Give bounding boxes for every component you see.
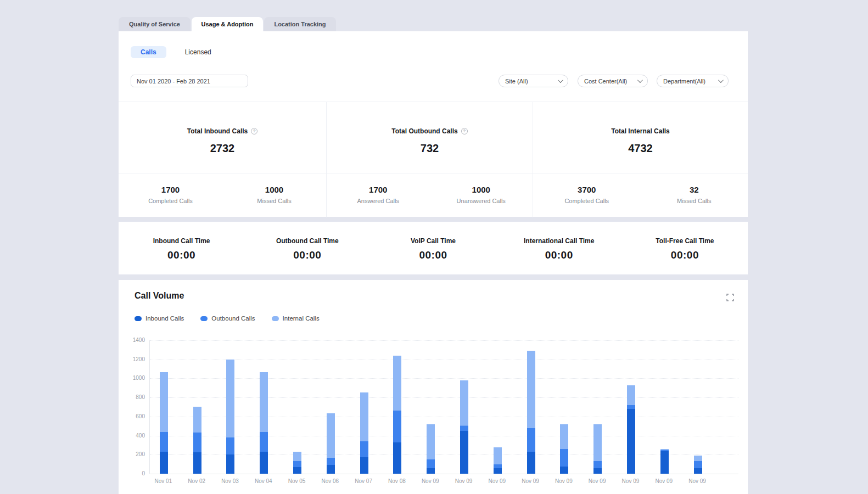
bar-stack-4[interactable] [260, 340, 268, 474]
gridline [150, 378, 738, 379]
bar-segment-inbound-calls [360, 457, 368, 474]
x-tick-label: Nov 04 [250, 478, 277, 484]
cost-center-filter-label: Cost Center(All) [584, 78, 627, 85]
bar-segment-internal-calls [694, 456, 702, 461]
time-label: Inbound Call Time [119, 237, 244, 245]
x-tick-label: Nov 09 [650, 478, 677, 484]
legend-item-internal-calls[interactable]: Internal Calls [272, 315, 320, 322]
bar-stack-10[interactable] [460, 340, 468, 474]
bar-stack-14[interactable] [593, 340, 602, 474]
bar-stack-1[interactable] [160, 340, 168, 474]
sub-value: 1700 [327, 185, 430, 194]
gridline [150, 417, 738, 417]
stat-sub-missed: 1000 Missed Calls [222, 173, 326, 217]
stat-group-outbound: Total Outbound Calls ? 732 1700 Answered… [327, 102, 533, 217]
stat-sub-missed: 32 Missed Calls [641, 173, 748, 217]
bar-stack-15[interactable] [627, 340, 635, 474]
bar-segment-inbound-calls [393, 442, 401, 474]
call-volume-card: Call Volume Inbound CallsOutbound CallsI… [119, 280, 748, 494]
y-tick-label: 1200 [119, 356, 145, 362]
info-icon[interactable]: ? [461, 128, 468, 134]
gridline [150, 474, 738, 474]
bar-segment-inbound-calls [427, 468, 435, 474]
bar-stack-17[interactable] [694, 340, 702, 474]
sub-value: 1700 [119, 185, 222, 194]
bar-stack-12[interactable] [527, 340, 535, 474]
bar-segment-outbound-calls [694, 461, 702, 468]
expand-icon[interactable] [726, 294, 734, 301]
department-filter-label: Department(All) [663, 78, 705, 85]
bar-segment-inbound-calls [694, 468, 702, 474]
bar-segment-inbound-calls [226, 454, 234, 474]
bar-segment-internal-calls [360, 392, 368, 441]
time-value: 00:00 [370, 249, 496, 261]
chevron-down-icon [637, 77, 643, 83]
x-tick-label: Nov 09 [584, 478, 611, 484]
bar-segment-inbound-calls [593, 468, 602, 474]
info-icon[interactable]: ? [251, 128, 257, 134]
legend-item-outbound-calls[interactable]: Outbound Calls [200, 315, 255, 322]
bar-stack-16[interactable] [660, 340, 669, 474]
time-value: 00:00 [244, 249, 370, 261]
bar-segment-outbound-calls [460, 425, 468, 431]
y-tick-label: 400 [119, 433, 145, 439]
stat-title: Total Outbound Calls [391, 127, 457, 135]
bar-stack-6[interactable] [327, 340, 335, 474]
sub-label: Missed Calls [641, 198, 748, 204]
x-tick-label: Nov 09 [517, 478, 544, 484]
gridline [150, 397, 738, 398]
x-tick-label: Nov 09 [684, 478, 711, 484]
usage-panel: Calls Licensed Site (All) Cost Center(Al… [119, 31, 748, 217]
bar-stack-13[interactable] [560, 340, 568, 474]
bar-segment-inbound-calls [460, 431, 468, 474]
bar-segment-outbound-calls [593, 461, 602, 468]
cost-center-filter-dropdown[interactable]: Cost Center(All) [578, 75, 648, 87]
bar-segment-internal-calls [627, 385, 635, 405]
bar-segment-outbound-calls [660, 450, 669, 451]
bar-stack-5[interactable] [293, 340, 301, 474]
x-tick-label: Nov 05 [283, 478, 311, 484]
filter-row: Site (All) Cost Center(All) Department(A… [119, 75, 748, 87]
bar-stack-9[interactable] [427, 340, 435, 474]
time-value: 00:00 [496, 249, 622, 261]
sub-label: Answered Calls [327, 198, 430, 204]
bar-segment-outbound-calls [360, 441, 368, 457]
time-value: 00:00 [622, 249, 748, 261]
bar-segment-internal-calls [293, 452, 301, 461]
chart-plot [149, 340, 738, 474]
toggle-licensed[interactable]: Licensed [175, 46, 221, 58]
bar-segment-internal-calls [560, 424, 568, 449]
chevron-down-icon [558, 77, 563, 83]
sub-label: Unanswered Calls [430, 198, 533, 204]
legend-marker-icon [200, 316, 208, 321]
bar-segment-outbound-calls [527, 428, 535, 452]
gridline [150, 454, 738, 455]
stat-value: 732 [327, 142, 533, 155]
sub-label: Missed Calls [222, 198, 326, 204]
x-tick-label: Nov 01 [149, 478, 177, 484]
toggle-calls[interactable]: Calls [131, 46, 166, 58]
date-range-input[interactable] [131, 75, 248, 87]
bar-segment-inbound-calls [260, 452, 268, 474]
gridline [150, 436, 738, 436]
tab-quality-of-service[interactable]: Quality of Service [119, 17, 191, 31]
bar-segment-outbound-calls [427, 459, 435, 468]
site-filter-dropdown[interactable]: Site (All) [499, 75, 568, 87]
tab-location-tracking[interactable]: Location Tracking [264, 17, 336, 31]
bar-stack-2[interactable] [193, 340, 201, 474]
time-tollfree: Toll-Free Call Time 00:00 [622, 222, 748, 274]
bar-segment-outbound-calls [393, 411, 401, 442]
bar-stack-7[interactable] [360, 340, 368, 474]
bar-stack-11[interactable] [494, 340, 502, 474]
time-outbound: Outbound Call Time 00:00 [244, 222, 370, 274]
x-tick-label: Nov 09 [617, 478, 644, 484]
bar-stack-8[interactable] [393, 340, 401, 474]
department-filter-dropdown[interactable]: Department(All) [657, 75, 729, 87]
x-tick-label: Nov 03 [216, 478, 244, 484]
bar-stack-3[interactable] [226, 340, 234, 474]
tab-usage-adoption[interactable]: Usage & Adoption [192, 17, 263, 31]
sub-value: 3700 [533, 185, 641, 194]
x-tick-label: Nov 09 [417, 478, 444, 484]
gridline [150, 360, 738, 360]
bar-segment-inbound-calls [527, 452, 535, 474]
